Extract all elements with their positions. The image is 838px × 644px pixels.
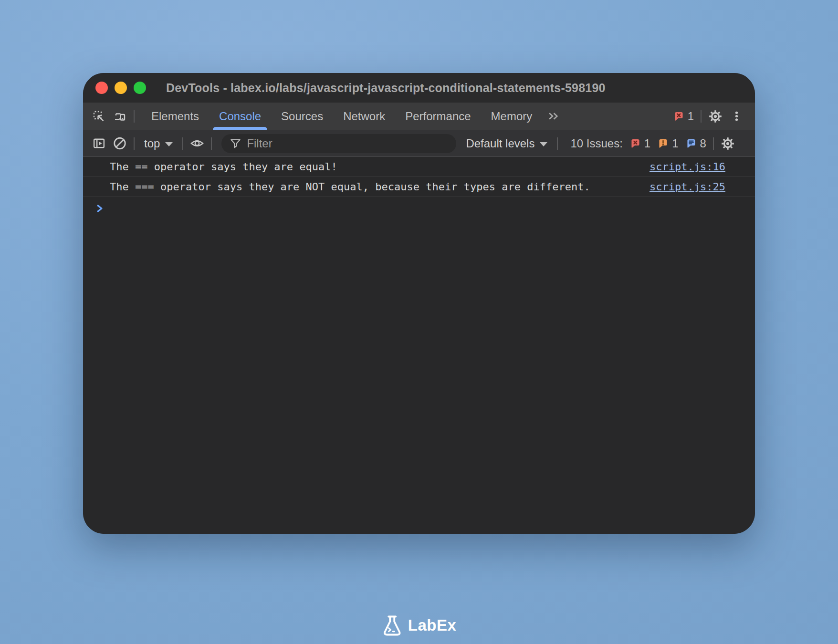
- divider: [557, 137, 558, 150]
- info-bubble-icon: [686, 138, 697, 149]
- console-toolbar: top Default levels 10 Issues:: [83, 130, 755, 157]
- issues-warnings: 1: [658, 137, 678, 150]
- filter-field[interactable]: [221, 134, 456, 153]
- divider: [134, 137, 135, 150]
- source-link[interactable]: script.js:16: [649, 161, 725, 173]
- divider: [713, 137, 714, 150]
- kebab-menu-icon[interactable]: [729, 109, 744, 124]
- minimize-window-button[interactable]: [115, 82, 127, 94]
- clear-console-icon[interactable]: [113, 136, 127, 151]
- title-bar: DevTools - labex.io/labs/javascript-java…: [83, 73, 755, 103]
- console-prompt[interactable]: [83, 197, 755, 220]
- console-settings-gear-icon[interactable]: [721, 136, 735, 151]
- issues-counter[interactable]: 10 Issues: 1 1: [570, 137, 706, 150]
- console-message-text: The === operator says they are NOT equal…: [110, 181, 590, 193]
- device-toolbar-icon[interactable]: [113, 109, 127, 124]
- console-message: The === operator says they are NOT equal…: [83, 177, 755, 197]
- error-bubble-icon: [630, 138, 641, 149]
- labex-brand: LabEx: [382, 614, 457, 636]
- divider: [701, 110, 702, 123]
- chevron-down-icon: [540, 142, 547, 146]
- tab-console[interactable]: Console: [209, 103, 271, 130]
- panel-tabs: Elements Console Sources Network Perform…: [141, 103, 542, 130]
- console-message: The == operator says they are equal! scr…: [83, 157, 755, 177]
- tab-network[interactable]: Network: [333, 103, 395, 130]
- divider: [211, 137, 212, 150]
- chevron-down-icon: [165, 142, 173, 146]
- divider: [182, 137, 183, 150]
- log-levels-selector[interactable]: Default levels: [463, 137, 550, 150]
- issues-errors: 1: [630, 137, 650, 150]
- issues-info: 8: [686, 137, 706, 150]
- error-bubble-icon: [673, 111, 684, 122]
- zoom-window-button[interactable]: [134, 82, 146, 94]
- live-expression-eye-icon[interactable]: [190, 136, 204, 151]
- devtools-tab-bar: Elements Console Sources Network Perform…: [83, 103, 755, 130]
- console-message-text: The == operator says they are equal!: [110, 161, 337, 173]
- tabbar-right-controls: 1: [673, 109, 744, 124]
- settings-gear-icon[interactable]: [708, 109, 723, 124]
- brand-name: LabEx: [408, 616, 457, 634]
- divider: [134, 110, 135, 123]
- console-sidebar-icon[interactable]: [92, 136, 106, 151]
- prompt-chevron-icon: [95, 204, 105, 213]
- warning-bubble-icon: [658, 138, 669, 149]
- close-window-button[interactable]: [95, 82, 108, 94]
- inspect-element-icon[interactable]: [92, 109, 106, 124]
- tab-performance[interactable]: Performance: [395, 103, 481, 130]
- tab-memory[interactable]: Memory: [481, 103, 543, 130]
- devtools-window: DevTools - labex.io/labs/javascript-java…: [83, 73, 755, 534]
- source-link[interactable]: script.js:25: [649, 181, 725, 193]
- context-selector[interactable]: top: [141, 137, 176, 150]
- more-tabs-icon[interactable]: [546, 109, 560, 124]
- console-output: The == operator says they are equal! scr…: [83, 157, 755, 534]
- error-counter[interactable]: 1: [673, 110, 694, 123]
- labex-flask-icon: [382, 614, 403, 636]
- tab-sources[interactable]: Sources: [271, 103, 333, 130]
- filter-input[interactable]: [247, 137, 448, 150]
- tab-elements[interactable]: Elements: [141, 103, 209, 130]
- window-title: DevTools - labex.io/labs/javascript-java…: [166, 81, 606, 95]
- filter-funnel-icon: [230, 137, 241, 149]
